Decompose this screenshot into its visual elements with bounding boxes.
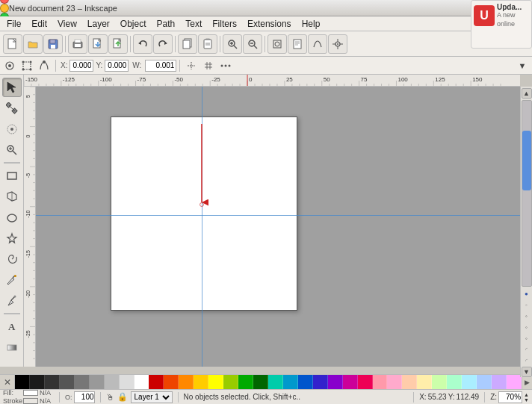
color-swatch[interactable] [179, 375, 194, 390]
color-swatch[interactable] [387, 375, 402, 390]
color-swatch[interactable] [328, 375, 343, 390]
menu-help[interactable]: Help [297, 17, 326, 31]
color-swatch[interactable] [90, 375, 105, 390]
snap-chevron-btn[interactable]: ▼ [514, 58, 531, 73]
node-tool[interactable] [2, 99, 22, 118]
color-swatch[interactable] [507, 375, 522, 390]
zoom-down-btn[interactable]: ▼ [524, 397, 529, 403]
export-button[interactable] [108, 34, 128, 54]
rp-icon-4[interactable]: ◦ [522, 322, 532, 332]
spiral-tool[interactable] [2, 249, 22, 269]
rp-icon-7[interactable]: ◜ [522, 355, 532, 366]
color-swatch[interactable] [417, 375, 432, 390]
zoom-page-button[interactable] [288, 34, 307, 54]
color-swatch[interactable] [462, 375, 477, 390]
opacity-input[interactable] [74, 391, 95, 403]
paste-button[interactable] [198, 34, 217, 54]
zoom-out-button[interactable] [243, 34, 262, 54]
zoom-tool[interactable] [2, 140, 22, 160]
color-swatch[interactable] [208, 375, 223, 390]
copy-button[interactable] [178, 34, 197, 54]
color-swatch[interactable] [134, 375, 149, 390]
menu-path[interactable]: Path [152, 17, 181, 31]
node-button[interactable] [308, 34, 327, 54]
color-swatch[interactable] [238, 375, 253, 390]
color-swatch[interactable] [149, 375, 164, 390]
rp-icon-2[interactable]: ◦ [522, 299, 532, 310]
fill-swatch[interactable] [23, 390, 38, 396]
pencil-tool[interactable] [2, 270, 22, 290]
color-swatch[interactable] [432, 375, 447, 390]
no-fill-btn[interactable]: ✕ [0, 375, 15, 390]
zoom-in-button[interactable] [223, 34, 242, 54]
color-swatch[interactable] [120, 375, 134, 390]
color-swatch[interactable] [313, 375, 328, 390]
menu-layer[interactable]: Layer [82, 17, 115, 31]
zoom-up-btn[interactable]: ▲ [524, 392, 529, 397]
update-notification[interactable]: U Upda... A new online [471, 0, 532, 49]
pen-tool[interactable] [2, 291, 22, 311]
rp-icon-5[interactable]: ◦ [522, 333, 532, 344]
circle-tool[interactable] [2, 208, 22, 227]
menu-object[interactable]: Object [115, 17, 152, 31]
color-swatch[interactable] [358, 375, 373, 390]
star-tool[interactable] [2, 229, 22, 248]
save-button[interactable] [43, 34, 63, 54]
menu-extensions[interactable]: Extensions [242, 17, 297, 31]
menu-view[interactable]: View [52, 17, 82, 31]
layer-dropdown[interactable]: Layer 1 [131, 391, 173, 403]
color-swatch[interactable] [268, 375, 283, 390]
color-swatch[interactable] [373, 375, 388, 390]
snap-guide-btn[interactable] [183, 58, 200, 73]
zoom-fit-button[interactable] [267, 34, 287, 54]
stroke-swatch[interactable] [23, 398, 38, 404]
snap-more-btn[interactable] [217, 58, 234, 73]
vscroll-thumb[interactable] [522, 131, 531, 190]
color-swatch[interactable] [30, 375, 45, 390]
scroll-down-btn[interactable]: ▼ [522, 367, 532, 377]
color-swatch[interactable] [75, 375, 90, 390]
gradient-tool[interactable] [2, 338, 22, 357]
color-swatch[interactable] [283, 375, 298, 390]
scroll-up-btn[interactable]: ▲ [522, 88, 532, 99]
menu-text[interactable]: Text [180, 17, 207, 31]
color-swatch[interactable] [253, 375, 268, 390]
import-button[interactable] [88, 34, 108, 54]
rect-tool[interactable] [2, 166, 22, 185]
undo-button[interactable] [133, 34, 152, 54]
select-tool[interactable] [2, 78, 22, 97]
menu-filters[interactable]: Filters [207, 17, 242, 31]
rp-icon-1[interactable]: ● [522, 288, 532, 299]
color-swatch[interactable] [15, 375, 30, 390]
color-swatch[interactable] [477, 375, 492, 390]
snap-enable-btn[interactable] [1, 58, 18, 73]
close-button[interactable] [0, 0, 9, 4]
snap-node-btn[interactable] [36, 58, 52, 73]
zoom-input[interactable] [498, 391, 522, 403]
menu-file[interactable]: File [1, 17, 26, 31]
coord-y-input[interactable] [105, 60, 129, 72]
canvas-area[interactable] [36, 87, 520, 367]
text-tool[interactable]: A [2, 317, 22, 336]
menu-edit[interactable]: Edit [26, 17, 52, 31]
coord-w-input[interactable] [145, 60, 176, 72]
color-swatch[interactable] [223, 375, 238, 390]
rp-icon-6[interactable]: ◜ [522, 344, 532, 355]
rp-icon-3[interactable]: ◦ [522, 311, 532, 321]
print-button[interactable] [68, 34, 87, 54]
snap-button[interactable] [328, 34, 347, 54]
new-button[interactable] [3, 34, 22, 54]
minimize-button[interactable] [0, 4, 9, 13]
color-swatch[interactable] [298, 375, 313, 390]
color-swatch[interactable] [402, 375, 417, 390]
vscroll-track[interactable] [522, 100, 532, 287]
snap-bbox-btn[interactable] [19, 58, 35, 73]
open-button[interactable] [23, 34, 43, 54]
color-swatch[interactable] [164, 375, 179, 390]
color-swatch[interactable] [60, 375, 75, 390]
color-swatch[interactable] [194, 375, 208, 390]
box-tool[interactable] [2, 187, 22, 206]
tweak-tool[interactable] [2, 119, 22, 139]
color-swatch[interactable] [343, 375, 358, 390]
coord-x-input[interactable] [69, 60, 93, 72]
